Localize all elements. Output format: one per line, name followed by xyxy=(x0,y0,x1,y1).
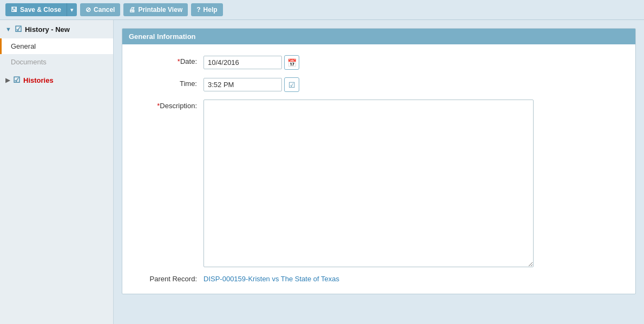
section-body: *Date: 📅 Time: ☑ xyxy=(122,44,635,294)
time-label: Time: xyxy=(133,77,203,88)
date-row: *Date: 📅 xyxy=(133,55,625,70)
date-field-group: 📅 xyxy=(203,55,299,70)
sidebar-title: History - New xyxy=(25,25,70,34)
date-required-star: * xyxy=(178,57,180,65)
section-title-bar: General Information xyxy=(122,29,635,44)
save-close-group: 🖫 Save & Close ▾ xyxy=(5,3,77,16)
calendar-icon-button[interactable]: 📅 xyxy=(284,55,299,70)
section-title: General Information xyxy=(129,32,196,41)
dropdown-arrow-icon: ▾ xyxy=(70,6,74,13)
sidebar-header[interactable]: ▼ ☑ History - New xyxy=(0,20,113,38)
time-input[interactable] xyxy=(203,78,282,91)
help-label: Help xyxy=(203,6,218,14)
main-layout: ▼ ☑ History - New General Documents ▶ ☑ … xyxy=(0,20,644,324)
date-input[interactable] xyxy=(203,56,282,69)
circle-check-time-icon: ☑ xyxy=(288,81,295,89)
chevron-down-icon: ▼ xyxy=(5,26,11,32)
sidebar-item-documents[interactable]: Documents xyxy=(0,54,113,70)
sidebar-section-histories[interactable]: ▶ ☑ Histories xyxy=(0,70,113,90)
description-row: *Description: xyxy=(133,100,625,267)
description-required-star: * xyxy=(157,102,160,110)
parent-record-link[interactable]: DISP-000159-Kristen vs The State of Texa… xyxy=(203,275,339,283)
sidebar: ▼ ☑ History - New General Documents ▶ ☑ … xyxy=(0,20,114,324)
cancel-button[interactable]: ⊘ Cancel xyxy=(80,3,120,16)
sidebar-general-label: General xyxy=(11,42,36,50)
time-row: Time: ☑ xyxy=(133,77,625,92)
save-close-label: Save & Close xyxy=(20,6,61,14)
printable-view-label: Printable View xyxy=(138,6,182,14)
circle-check-icon-histories: ☑ xyxy=(13,75,20,85)
calendar-icon: 📅 xyxy=(287,58,297,67)
help-icon: ? xyxy=(196,6,200,14)
chevron-right-icon: ▶ xyxy=(5,77,10,84)
save-icon: 🖫 xyxy=(11,6,17,14)
general-information-card: General Information *Date: 📅 xyxy=(122,28,636,294)
description-label: *Description: xyxy=(133,100,203,110)
circle-check-icon: ☑ xyxy=(15,24,22,34)
cancel-label: Cancel xyxy=(94,6,115,14)
parent-record-row: Parent Record: DISP-000159-Kristen vs Th… xyxy=(133,275,625,283)
print-icon: 🖨 xyxy=(129,6,135,14)
help-button[interactable]: ? Help xyxy=(191,3,222,16)
save-close-button[interactable]: 🖫 Save & Close xyxy=(5,3,67,16)
date-label: *Date: xyxy=(133,55,203,65)
printable-view-button[interactable]: 🖨 Printable View xyxy=(123,3,188,16)
toolbar: 🖫 Save & Close ▾ ⊘ Cancel 🖨 Printable Vi… xyxy=(0,0,644,20)
time-check-icon-button[interactable]: ☑ xyxy=(284,77,299,92)
description-input[interactable] xyxy=(203,100,534,267)
content-area: General Information *Date: 📅 xyxy=(114,20,644,324)
sidebar-documents-label: Documents xyxy=(11,58,47,66)
parent-record-label: Parent Record: xyxy=(133,275,203,283)
save-close-dropdown-button[interactable]: ▾ xyxy=(67,3,77,16)
sidebar-histories-label: Histories xyxy=(23,76,54,84)
time-field-group: ☑ xyxy=(203,77,299,92)
sidebar-item-general[interactable]: General xyxy=(0,38,113,54)
cancel-icon: ⊘ xyxy=(86,6,91,14)
